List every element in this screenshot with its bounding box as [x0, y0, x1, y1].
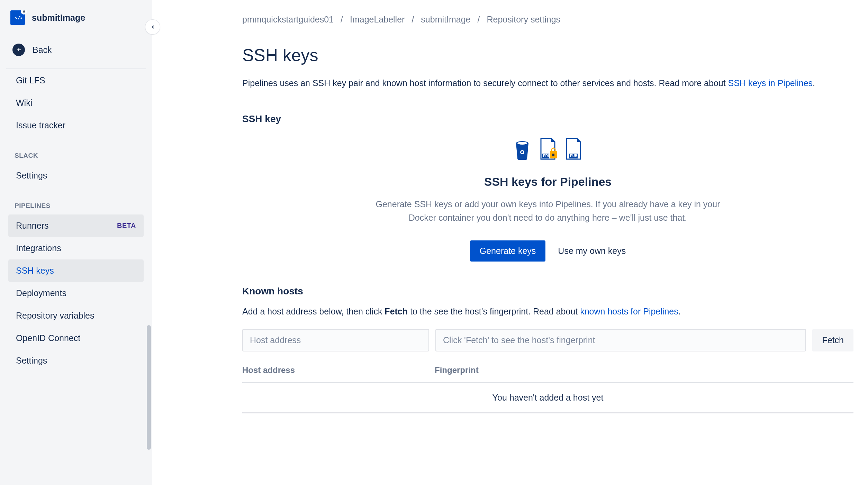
known-hosts-table-header: Host address Fingerprint: [242, 365, 853, 383]
breadcrumb-separator: /: [341, 15, 343, 25]
svg-point-2: [517, 142, 527, 145]
use-own-keys-button[interactable]: Use my own keys: [558, 246, 626, 256]
breadcrumb-separator: /: [412, 15, 414, 25]
ssh-panel-title: SSH keys for Pipelines: [368, 175, 728, 189]
back-button[interactable]: Back: [6, 33, 146, 69]
sidebar-item-repository-variables[interactable]: Repository variables: [8, 304, 144, 327]
known-desc-fetch-word: Fetch: [385, 306, 408, 316]
private-key-file-icon: PRI: [538, 137, 558, 161]
intro-text-content: Pipelines uses an SSH key pair and known…: [242, 78, 728, 88]
public-key-file-icon: PUB: [564, 137, 583, 161]
known-hosts-input-row: Fetch: [242, 329, 853, 351]
sidebar-item-issue-tracker[interactable]: Issue tracker: [8, 114, 144, 137]
known-desc-prefix: Add a host address below, then click: [242, 306, 385, 316]
sidebar-section-pipelines: PIPELINES: [8, 187, 144, 214]
svg-point-4: [521, 151, 523, 153]
breadcrumb-item[interactable]: pmmquickstartguides01: [242, 15, 334, 25]
svg-text:PRI: PRI: [543, 154, 549, 158]
known-hosts-pipelines-link[interactable]: known hosts for Pipelines: [580, 306, 678, 316]
known-hosts-empty-state: You haven't added a host yet: [242, 383, 853, 413]
sidebar-item-slack-settings[interactable]: Settings: [8, 164, 144, 187]
intro-text: Pipelines uses an SSH key pair and known…: [242, 77, 853, 89]
sidebar-item-openid-connect[interactable]: OpenID Connect: [8, 327, 144, 349]
sidebar-item-runners[interactable]: Runners BETA: [8, 214, 144, 237]
sidebar-item-label: Repository variables: [16, 311, 94, 321]
sidebar-item-label: Wiki: [16, 98, 32, 108]
sidebar-item-label: Settings: [16, 171, 47, 181]
sidebar-item-label: SSH keys: [16, 266, 54, 276]
lock-icon: [21, 10, 27, 15]
ssh-key-section-title: SSH key: [242, 113, 853, 125]
back-label: Back: [33, 45, 52, 55]
svg-text:</>: </>: [15, 15, 22, 20]
main-content: pmmquickstartguides01/ ImageLabeller/ su…: [152, 0, 868, 485]
known-desc-suffix: .: [678, 306, 681, 316]
known-hosts-description: Add a host address below, then click Fet…: [242, 306, 853, 317]
generate-keys-button[interactable]: Generate keys: [470, 240, 546, 262]
sidebar-section-slack: SLACK: [8, 137, 144, 164]
sidebar-item-label: Deployments: [16, 288, 66, 298]
host-address-input[interactable]: [242, 329, 429, 351]
fingerprint-input[interactable]: [435, 329, 806, 351]
sidebar-item-label: Integrations: [16, 243, 61, 253]
ssh-panel-description: Generate SSH keys or add your own keys i…: [368, 198, 728, 225]
sidebar-item-wiki[interactable]: Wiki: [8, 92, 144, 114]
sidebar-item-label: Runners: [16, 221, 49, 231]
sidebar-item-label: OpenID Connect: [16, 333, 80, 343]
sidebar-item-git-lfs[interactable]: Git LFS: [8, 69, 144, 92]
sidebar-item-label: Settings: [16, 356, 47, 366]
known-desc-mid: to the see the host's fingerprint. Read …: [408, 306, 580, 316]
beta-badge: BETA: [117, 222, 136, 230]
breadcrumb: pmmquickstartguides01/ ImageLabeller/ su…: [242, 15, 853, 25]
breadcrumb-item[interactable]: Repository settings: [487, 15, 560, 25]
known-hosts-title: Known hosts: [242, 286, 853, 297]
sidebar-item-pipelines-settings[interactable]: Settings: [8, 349, 144, 372]
fetch-button[interactable]: Fetch: [812, 329, 853, 351]
sidebar-item-label: Issue tracker: [16, 120, 65, 130]
bucket-icon: [513, 137, 532, 161]
repo-name[interactable]: submitImage: [32, 13, 85, 23]
ssh-keys-panel: PRI PUB SSH keys for Pipelines Generate …: [368, 137, 728, 262]
sidebar: </> submitImage Back Git LFS Wiki Issue …: [0, 0, 152, 485]
sidebar-item-deployments[interactable]: Deployments: [8, 282, 144, 304]
repo-icon: </>: [10, 10, 25, 25]
repo-header: </> submitImage: [6, 10, 146, 33]
sidebar-scrollbar[interactable]: [147, 325, 151, 450]
breadcrumb-separator: /: [477, 15, 480, 25]
page-title: SSH keys: [242, 45, 853, 65]
sidebar-item-label: Git LFS: [16, 75, 45, 85]
svg-text:PUB: PUB: [570, 154, 577, 158]
ssh-keys-pipelines-link[interactable]: SSH keys in Pipelines: [728, 78, 813, 88]
breadcrumb-item[interactable]: ImageLabeller: [350, 15, 405, 25]
intro-suffix: .: [813, 78, 815, 88]
sidebar-item-ssh-keys[interactable]: SSH keys: [8, 259, 144, 282]
svg-rect-9: [552, 154, 554, 156]
breadcrumb-item[interactable]: submitImage: [421, 15, 470, 25]
back-arrow-icon: [12, 44, 25, 56]
sidebar-item-integrations[interactable]: Integrations: [8, 237, 144, 259]
th-fingerprint: Fingerprint: [435, 365, 853, 375]
ssh-keys-illustration: PRI PUB: [368, 137, 728, 161]
th-host-address: Host address: [242, 365, 435, 375]
